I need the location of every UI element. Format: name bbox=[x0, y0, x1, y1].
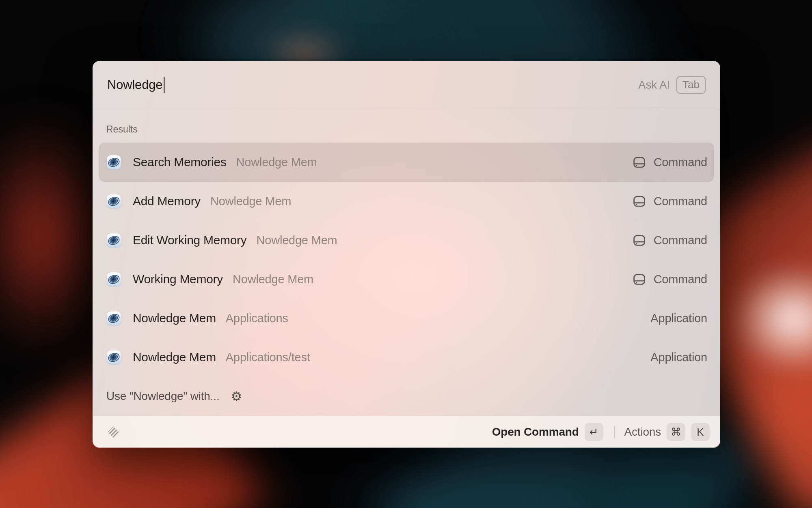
result-row[interactable]: Nowledge Mem Applications/test Applicati… bbox=[99, 338, 714, 377]
tab-key-badge: Tab bbox=[676, 76, 706, 93]
result-title: Nowledge Mem bbox=[133, 311, 216, 325]
result-title: Add Memory bbox=[133, 194, 201, 208]
results-list: Search Memories Nowledge Mem Command bbox=[99, 143, 714, 377]
ask-ai-button[interactable]: Ask AI bbox=[638, 78, 670, 91]
search-bar-right: Ask AI Tab bbox=[638, 76, 706, 93]
wallpaper-highlight bbox=[731, 264, 812, 374]
result-type-label: Command bbox=[654, 234, 707, 247]
nowledge-mem-app-icon bbox=[106, 311, 121, 326]
result-row[interactable]: Add Memory Nowledge Mem Command bbox=[99, 182, 714, 221]
use-with-label: Use "Nowledge" with... bbox=[106, 390, 220, 403]
search-input[interactable]: Nowledge bbox=[107, 77, 638, 93]
result-row[interactable]: Edit Working Memory Nowledge Mem Command bbox=[99, 221, 714, 260]
nowledge-mem-app-icon bbox=[106, 350, 121, 365]
result-type-label: Application bbox=[650, 351, 707, 364]
search-query-text: Nowledge bbox=[107, 78, 162, 92]
nowledge-mem-app-icon bbox=[106, 272, 121, 287]
results-panel: Results Search Memories Nowledge Mem bbox=[93, 109, 720, 416]
result-subtitle: Nowledge Mem bbox=[210, 195, 291, 208]
result-type-label: Command bbox=[654, 195, 707, 208]
command-key-badge: ⌘ bbox=[667, 423, 685, 441]
result-title: Nowledge Mem bbox=[133, 350, 216, 364]
k-key-badge: K bbox=[691, 423, 710, 441]
text-cursor bbox=[164, 77, 165, 93]
hard-drive-icon bbox=[632, 233, 646, 247]
result-title: Working Memory bbox=[133, 272, 223, 286]
nowledge-mem-app-icon bbox=[106, 233, 121, 248]
result-row[interactable]: Search Memories Nowledge Mem Command bbox=[99, 143, 714, 182]
actions-button[interactable]: Actions bbox=[624, 426, 661, 439]
nowledge-mem-app-icon bbox=[106, 194, 121, 209]
result-subtitle: Nowledge Mem bbox=[257, 234, 337, 247]
result-row[interactable]: Working Memory Nowledge Mem Command bbox=[99, 260, 714, 299]
result-subtitle: Nowledge Mem bbox=[233, 273, 313, 286]
search-bar: Nowledge Ask AI Tab bbox=[93, 61, 720, 109]
gear-icon: ⚙ bbox=[231, 390, 242, 403]
result-type-label: Command bbox=[654, 156, 707, 169]
use-with-row[interactable]: Use "Nowledge" with... ⚙ bbox=[99, 377, 714, 416]
result-type-label: Application bbox=[650, 312, 707, 325]
result-subtitle: Applications bbox=[226, 312, 288, 325]
raycast-launcher-window: Nowledge Ask AI Tab Results bbox=[93, 61, 720, 447]
result-row[interactable]: Nowledge Mem Applications Application bbox=[99, 299, 714, 338]
action-bar: Open Command ↵ Actions ⌘ K bbox=[93, 416, 720, 448]
nowledge-mem-app-icon bbox=[106, 155, 121, 170]
hard-drive-icon bbox=[632, 194, 646, 208]
hard-drive-icon bbox=[632, 155, 646, 169]
open-command-button[interactable]: Open Command bbox=[492, 426, 579, 439]
result-title: Search Memories bbox=[133, 155, 227, 169]
enter-key-badge: ↵ bbox=[585, 423, 603, 441]
results-section-header: Results bbox=[106, 124, 714, 135]
result-title: Edit Working Memory bbox=[133, 233, 247, 247]
result-type-label: Command bbox=[654, 273, 707, 286]
hard-drive-icon bbox=[632, 272, 646, 287]
result-subtitle: Applications/test bbox=[226, 351, 310, 364]
footer-divider bbox=[614, 426, 615, 438]
result-subtitle: Nowledge Mem bbox=[236, 156, 317, 169]
raycast-logo-icon bbox=[106, 425, 120, 439]
